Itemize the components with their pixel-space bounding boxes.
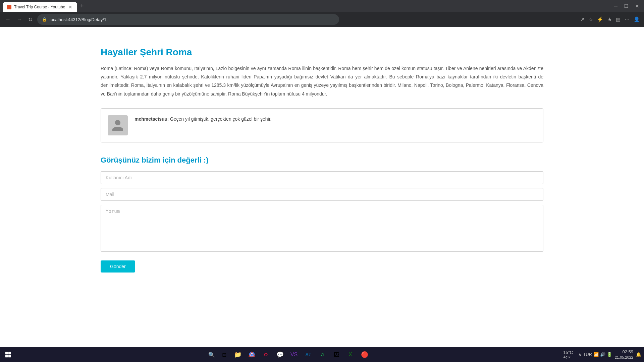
favorites-button[interactable]: ★ (607, 16, 612, 22)
page-title: Hayaller Şehri Roma (101, 27, 543, 64)
close-window-button[interactable]: ✕ (633, 2, 641, 10)
comment-text: mehmetacisuu: Geçen yıl gitmiştik, gerçe… (135, 115, 272, 123)
mail-input[interactable] (101, 188, 543, 201)
lock-icon: 🔒 (42, 17, 47, 22)
article-body: Roma (Latince: Rōma) veya Roma komünü, İ… (101, 64, 543, 98)
reload-button[interactable]: ↻ (27, 15, 34, 24)
toolbar-right: ↗ ☆ ⚡ ★ ▤ ⋯ 👤 (580, 16, 640, 22)
back-button[interactable]: ← (4, 15, 12, 24)
minimize-button[interactable]: ─ (612, 2, 620, 10)
url-text: localhost:44312/Blog/Detay/1 (50, 17, 106, 22)
active-tab[interactable]: Travel Trip Course - Youtube ✕ (3, 2, 77, 12)
window-controls: ─ ❐ ✕ (612, 2, 641, 10)
comment-body: Geçen yıl gitmiştik, gerçekten çok güzel… (170, 116, 272, 122)
settings-button[interactable]: ⋯ (625, 16, 630, 22)
collections-button[interactable]: ▤ (616, 16, 621, 22)
submit-button[interactable]: Gönder (101, 260, 135, 273)
new-tab-button[interactable]: + (77, 1, 87, 11)
forward-button[interactable]: → (15, 15, 23, 24)
extensions-button[interactable]: ⚡ (597, 16, 603, 22)
comment-box: mehmetacisuu: Geçen yıl gitmiştik, gerçe… (101, 108, 543, 142)
bookmark-bar-toggle[interactable]: ↗ (580, 16, 585, 22)
profile-button[interactable]: 👤 (634, 16, 640, 22)
tab-title: Travel Trip Course - Youtube (14, 5, 65, 9)
form-title: Görüşünüz bizim için değerli :) (101, 156, 543, 165)
tab-close-button[interactable]: ✕ (68, 4, 73, 10)
username-group (101, 171, 543, 184)
url-input[interactable]: 🔒 localhost:44312/Blog/Detay/1 (37, 14, 339, 25)
comment-author: mehmetacisuu (135, 116, 167, 122)
page-content: Hayaller Şehri Roma Roma (Latince: Rōma)… (0, 27, 644, 286)
bookmark-button[interactable]: ☆ (589, 16, 593, 22)
tab-favicon (7, 5, 11, 9)
comment-group (101, 205, 543, 253)
comment-textarea[interactable] (101, 205, 543, 252)
mail-group (101, 188, 543, 201)
comment-separator: : (167, 116, 170, 122)
restore-button[interactable]: ❐ (622, 2, 631, 10)
username-input[interactable] (101, 171, 543, 184)
browser-chrome: Travel Trip Course - Youtube ✕ + ─ ❐ ✕ ←… (0, 0, 644, 27)
address-bar: ← → ↻ 🔒 localhost:44312/Blog/Detay/1 ↗ ☆… (0, 12, 644, 27)
avatar (108, 115, 128, 135)
tab-bar: Travel Trip Course - Youtube ✕ + ─ ❐ ✕ (0, 0, 644, 12)
